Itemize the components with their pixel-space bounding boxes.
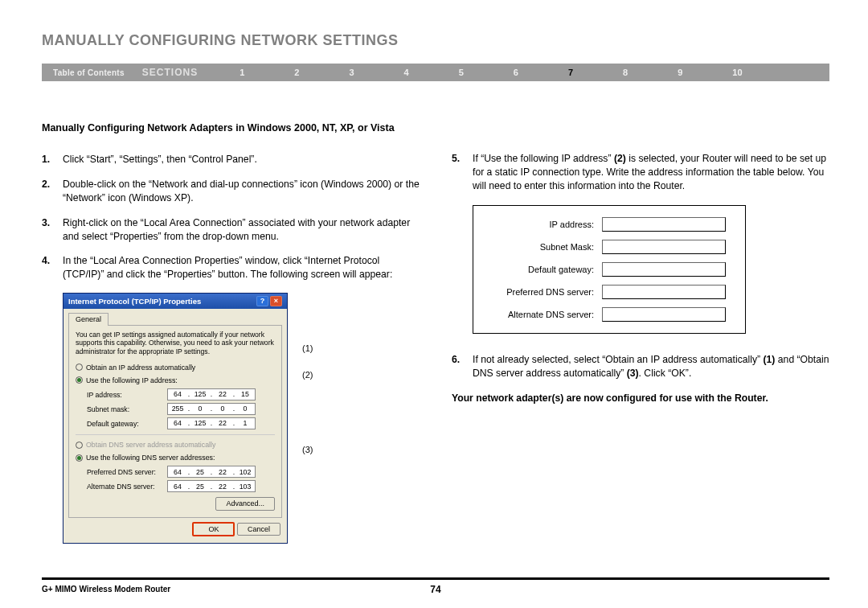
nav-section-2[interactable]: 2: [294, 68, 299, 77]
default-gateway-label: Default gateway:: [87, 419, 167, 429]
step-text-1: Click “Start”, “Settings”, then “Control…: [63, 153, 420, 166]
step-text-3: Right-click on the “Local Area Connectio…: [63, 216, 420, 244]
worksheet-gateway-box: [602, 262, 726, 277]
left-column: Manually Configuring Network Adapters in…: [42, 121, 420, 544]
section-nav-bar: Table of Contents SECTIONS 1 2 3 4 5 6 7…: [42, 64, 829, 81]
step-num-5: 5.: [452, 152, 473, 192]
alternate-dns-label: Alternate DNS server:: [87, 482, 167, 491]
step-text-2: Double-click on the “Network and dial-up…: [63, 178, 420, 205]
radio-obtain-ip[interactable]: [76, 364, 83, 371]
preferred-dns-input[interactable]: 64.25.22.102: [167, 466, 256, 478]
tab-general[interactable]: General: [68, 313, 108, 325]
worksheet-pref-dns-label: Preferred DNS server:: [481, 286, 602, 298]
callout-1: (1): [302, 343, 313, 355]
dialog-title-text: Internet Protocol (TCP/IP) Properties: [68, 296, 201, 306]
worksheet-gateway-label: Default gateway:: [481, 264, 602, 276]
radio-use-ip[interactable]: [76, 376, 83, 384]
nav-sections-label: SECTIONS: [136, 67, 215, 78]
page-footer: G+ MIMO Wireless Modem Router 74: [42, 577, 829, 594]
step-num-2: 2.: [42, 178, 63, 205]
dialog-callouts: (1) (2) (3): [302, 293, 313, 544]
nav-toc-link[interactable]: Table of Contents: [42, 68, 136, 77]
ok-button[interactable]: OK: [192, 522, 235, 536]
step-num-1: 1.: [42, 153, 63, 166]
callout-2: (2): [302, 369, 313, 381]
page-title: MANUALLY CONFIGURING NETWORK SETTINGS: [42, 32, 829, 49]
footer-page-number: 74: [430, 584, 440, 595]
nav-section-3[interactable]: 3: [349, 68, 354, 77]
step-num-4: 4.: [42, 254, 63, 281]
radio-use-dns-label: Use the following DNS server addresses:: [86, 453, 215, 462]
worksheet-ip-box: [602, 217, 726, 232]
cancel-button[interactable]: Cancel: [237, 523, 280, 536]
worksheet-alt-dns-label: Alternate DNS server:: [481, 309, 602, 321]
alternate-dns-input[interactable]: 64.25.22.103: [167, 480, 256, 492]
preferred-dns-label: Preferred DNS server:: [87, 467, 167, 477]
dialog-info-text: You can get IP settings assigned automat…: [76, 331, 275, 356]
subnet-mask-input[interactable]: 255.0.0.0: [167, 403, 256, 415]
ip-address-input[interactable]: 64.125.22.15: [167, 388, 256, 401]
worksheet-subnet-label: Subnet Mask:: [481, 241, 602, 253]
radio-use-ip-label: Use the following IP address:: [86, 376, 178, 385]
tcpip-properties-dialog: Internet Protocol (TCP/IP) Properties ? …: [63, 293, 288, 544]
nav-numbers: 1 2 3 4 5 6 7 8 9 10: [215, 68, 742, 77]
nav-section-6[interactable]: 6: [514, 68, 518, 77]
radio-obtain-dns[interactable]: [76, 442, 83, 449]
worksheet-ip-label: IP address:: [481, 219, 602, 231]
final-note: Your network adapter(s) are now configur…: [452, 392, 829, 405]
worksheet-alt-dns-box: [602, 307, 726, 322]
radio-obtain-dns-label: Obtain DNS server address automatically: [86, 440, 215, 450]
step-text-4: In the “Local Area Connection Properties…: [63, 254, 420, 281]
nav-section-1[interactable]: 1: [240, 68, 244, 77]
nav-section-7[interactable]: 7: [568, 68, 573, 77]
right-column: 5. If “Use the following IP address” (2)…: [452, 121, 829, 544]
subheading: Manually Configuring Network Adapters in…: [42, 121, 420, 135]
callout-3: (3): [302, 444, 313, 456]
subnet-mask-label: Subnet mask:: [87, 405, 167, 414]
dialog-titlebar: Internet Protocol (TCP/IP) Properties ? …: [63, 294, 287, 309]
nav-section-8[interactable]: 8: [623, 68, 628, 77]
help-icon[interactable]: ?: [256, 296, 268, 306]
ip-address-label: IP address:: [87, 390, 167, 400]
nav-section-9[interactable]: 9: [678, 68, 682, 77]
nav-section-10[interactable]: 10: [732, 68, 742, 77]
default-gateway-input[interactable]: 64.125.22.1: [167, 417, 256, 429]
step-text-6: If not already selected, select “Obtain …: [473, 353, 829, 380]
step-num-3: 3.: [42, 216, 63, 244]
worksheet-pref-dns-box: [602, 285, 726, 299]
address-worksheet: IP address: Subnet Mask: Default gateway…: [473, 205, 746, 334]
nav-section-4[interactable]: 4: [404, 68, 409, 77]
nav-section-5[interactable]: 5: [459, 68, 464, 77]
close-icon[interactable]: ×: [270, 296, 282, 306]
radio-obtain-ip-label: Obtain an IP address automatically: [86, 363, 195, 372]
advanced-button[interactable]: Advanced...: [215, 497, 275, 510]
step-num-6: 6.: [452, 353, 473, 380]
worksheet-subnet-box: [602, 240, 726, 254]
step-text-5: If “Use the following IP address” (2) is…: [473, 152, 829, 192]
radio-use-dns[interactable]: [76, 454, 83, 462]
